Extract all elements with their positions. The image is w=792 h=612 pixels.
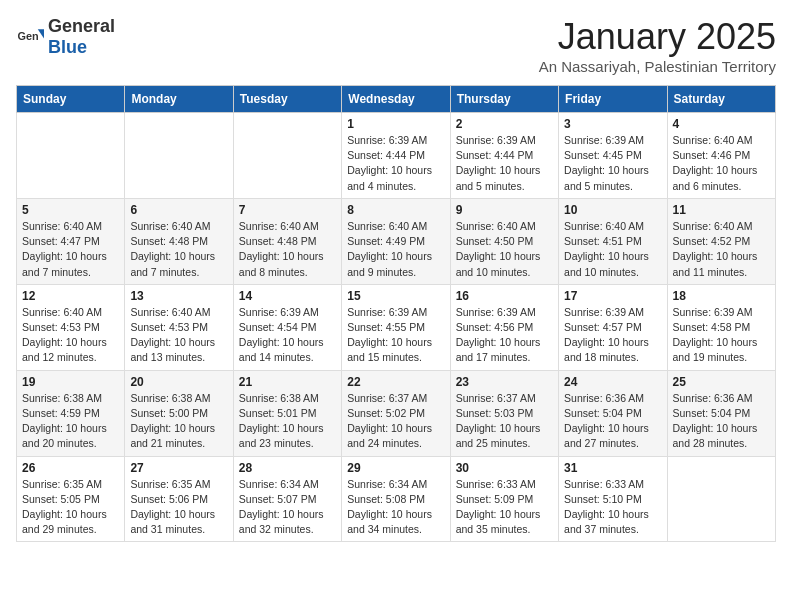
day-number: 23: [456, 375, 553, 389]
day-info: Sunrise: 6:39 AM Sunset: 4:55 PM Dayligh…: [347, 305, 444, 366]
calendar-cell: 2Sunrise: 6:39 AM Sunset: 4:44 PM Daylig…: [450, 113, 558, 199]
day-info: Sunrise: 6:39 AM Sunset: 4:57 PM Dayligh…: [564, 305, 661, 366]
weekday-header-friday: Friday: [559, 86, 667, 113]
month-title: January 2025: [539, 16, 776, 58]
day-number: 3: [564, 117, 661, 131]
day-info: Sunrise: 6:40 AM Sunset: 4:53 PM Dayligh…: [22, 305, 119, 366]
day-number: 19: [22, 375, 119, 389]
calendar-cell: 24Sunrise: 6:36 AM Sunset: 5:04 PM Dayli…: [559, 370, 667, 456]
day-info: Sunrise: 6:40 AM Sunset: 4:52 PM Dayligh…: [673, 219, 770, 280]
calendar-cell: 15Sunrise: 6:39 AM Sunset: 4:55 PM Dayli…: [342, 284, 450, 370]
day-number: 7: [239, 203, 336, 217]
calendar-cell: 31Sunrise: 6:33 AM Sunset: 5:10 PM Dayli…: [559, 456, 667, 542]
day-info: Sunrise: 6:40 AM Sunset: 4:51 PM Dayligh…: [564, 219, 661, 280]
day-info: Sunrise: 6:38 AM Sunset: 4:59 PM Dayligh…: [22, 391, 119, 452]
day-info: Sunrise: 6:34 AM Sunset: 5:07 PM Dayligh…: [239, 477, 336, 538]
calendar-cell: 27Sunrise: 6:35 AM Sunset: 5:06 PM Dayli…: [125, 456, 233, 542]
day-info: Sunrise: 6:40 AM Sunset: 4:48 PM Dayligh…: [130, 219, 227, 280]
week-row-5: 26Sunrise: 6:35 AM Sunset: 5:05 PM Dayli…: [17, 456, 776, 542]
calendar-cell: 11Sunrise: 6:40 AM Sunset: 4:52 PM Dayli…: [667, 198, 775, 284]
day-info: Sunrise: 6:39 AM Sunset: 4:44 PM Dayligh…: [347, 133, 444, 194]
day-number: 16: [456, 289, 553, 303]
day-number: 2: [456, 117, 553, 131]
calendar-cell: 4Sunrise: 6:40 AM Sunset: 4:46 PM Daylig…: [667, 113, 775, 199]
weekday-header-wednesday: Wednesday: [342, 86, 450, 113]
week-row-1: 1Sunrise: 6:39 AM Sunset: 4:44 PM Daylig…: [17, 113, 776, 199]
calendar-cell: 1Sunrise: 6:39 AM Sunset: 4:44 PM Daylig…: [342, 113, 450, 199]
day-number: 26: [22, 461, 119, 475]
day-info: Sunrise: 6:39 AM Sunset: 4:44 PM Dayligh…: [456, 133, 553, 194]
logo: Gen General Blue: [16, 16, 115, 58]
day-number: 20: [130, 375, 227, 389]
calendar-cell: 13Sunrise: 6:40 AM Sunset: 4:53 PM Dayli…: [125, 284, 233, 370]
day-info: Sunrise: 6:36 AM Sunset: 5:04 PM Dayligh…: [564, 391, 661, 452]
day-info: Sunrise: 6:35 AM Sunset: 5:05 PM Dayligh…: [22, 477, 119, 538]
calendar-cell: 28Sunrise: 6:34 AM Sunset: 5:07 PM Dayli…: [233, 456, 341, 542]
day-info: Sunrise: 6:40 AM Sunset: 4:46 PM Dayligh…: [673, 133, 770, 194]
day-number: 24: [564, 375, 661, 389]
calendar-cell: 23Sunrise: 6:37 AM Sunset: 5:03 PM Dayli…: [450, 370, 558, 456]
calendar-cell: 9Sunrise: 6:40 AM Sunset: 4:50 PM Daylig…: [450, 198, 558, 284]
day-number: 27: [130, 461, 227, 475]
day-info: Sunrise: 6:39 AM Sunset: 4:45 PM Dayligh…: [564, 133, 661, 194]
day-number: 28: [239, 461, 336, 475]
weekday-header-saturday: Saturday: [667, 86, 775, 113]
day-number: 14: [239, 289, 336, 303]
calendar-cell: 8Sunrise: 6:40 AM Sunset: 4:49 PM Daylig…: [342, 198, 450, 284]
day-number: 4: [673, 117, 770, 131]
day-number: 17: [564, 289, 661, 303]
weekday-header-sunday: Sunday: [17, 86, 125, 113]
day-number: 22: [347, 375, 444, 389]
day-number: 1: [347, 117, 444, 131]
calendar-cell: [125, 113, 233, 199]
calendar-table: SundayMondayTuesdayWednesdayThursdayFrid…: [16, 85, 776, 542]
calendar-cell: 29Sunrise: 6:34 AM Sunset: 5:08 PM Dayli…: [342, 456, 450, 542]
day-info: Sunrise: 6:39 AM Sunset: 4:54 PM Dayligh…: [239, 305, 336, 366]
calendar-cell: 20Sunrise: 6:38 AM Sunset: 5:00 PM Dayli…: [125, 370, 233, 456]
day-info: Sunrise: 6:40 AM Sunset: 4:50 PM Dayligh…: [456, 219, 553, 280]
location-title: An Nassariyah, Palestinian Territory: [539, 58, 776, 75]
calendar-cell: 5Sunrise: 6:40 AM Sunset: 4:47 PM Daylig…: [17, 198, 125, 284]
day-info: Sunrise: 6:40 AM Sunset: 4:48 PM Dayligh…: [239, 219, 336, 280]
calendar-cell: [17, 113, 125, 199]
calendar-cell: 16Sunrise: 6:39 AM Sunset: 4:56 PM Dayli…: [450, 284, 558, 370]
day-info: Sunrise: 6:40 AM Sunset: 4:49 PM Dayligh…: [347, 219, 444, 280]
calendar-cell: 10Sunrise: 6:40 AM Sunset: 4:51 PM Dayli…: [559, 198, 667, 284]
day-number: 25: [673, 375, 770, 389]
title-block: January 2025 An Nassariyah, Palestinian …: [539, 16, 776, 75]
day-number: 21: [239, 375, 336, 389]
calendar-cell: 18Sunrise: 6:39 AM Sunset: 4:58 PM Dayli…: [667, 284, 775, 370]
calendar-cell: 7Sunrise: 6:40 AM Sunset: 4:48 PM Daylig…: [233, 198, 341, 284]
day-info: Sunrise: 6:33 AM Sunset: 5:09 PM Dayligh…: [456, 477, 553, 538]
calendar-cell: 19Sunrise: 6:38 AM Sunset: 4:59 PM Dayli…: [17, 370, 125, 456]
calendar-cell: 26Sunrise: 6:35 AM Sunset: 5:05 PM Dayli…: [17, 456, 125, 542]
page-header: Gen General Blue January 2025 An Nassari…: [16, 16, 776, 75]
calendar-cell: 22Sunrise: 6:37 AM Sunset: 5:02 PM Dayli…: [342, 370, 450, 456]
day-info: Sunrise: 6:35 AM Sunset: 5:06 PM Dayligh…: [130, 477, 227, 538]
day-number: 29: [347, 461, 444, 475]
calendar-cell: [667, 456, 775, 542]
weekday-header-thursday: Thursday: [450, 86, 558, 113]
calendar-cell: 25Sunrise: 6:36 AM Sunset: 5:04 PM Dayli…: [667, 370, 775, 456]
day-number: 30: [456, 461, 553, 475]
day-info: Sunrise: 6:39 AM Sunset: 4:56 PM Dayligh…: [456, 305, 553, 366]
weekday-header-monday: Monday: [125, 86, 233, 113]
weekday-header-tuesday: Tuesday: [233, 86, 341, 113]
day-info: Sunrise: 6:37 AM Sunset: 5:03 PM Dayligh…: [456, 391, 553, 452]
day-info: Sunrise: 6:37 AM Sunset: 5:02 PM Dayligh…: [347, 391, 444, 452]
day-number: 9: [456, 203, 553, 217]
day-info: Sunrise: 6:36 AM Sunset: 5:04 PM Dayligh…: [673, 391, 770, 452]
day-info: Sunrise: 6:33 AM Sunset: 5:10 PM Dayligh…: [564, 477, 661, 538]
day-number: 11: [673, 203, 770, 217]
day-number: 12: [22, 289, 119, 303]
day-number: 8: [347, 203, 444, 217]
day-info: Sunrise: 6:40 AM Sunset: 4:53 PM Dayligh…: [130, 305, 227, 366]
svg-text:Gen: Gen: [18, 30, 39, 42]
calendar-cell: 6Sunrise: 6:40 AM Sunset: 4:48 PM Daylig…: [125, 198, 233, 284]
weekday-header-row: SundayMondayTuesdayWednesdayThursdayFrid…: [17, 86, 776, 113]
day-info: Sunrise: 6:34 AM Sunset: 5:08 PM Dayligh…: [347, 477, 444, 538]
week-row-2: 5Sunrise: 6:40 AM Sunset: 4:47 PM Daylig…: [17, 198, 776, 284]
day-number: 31: [564, 461, 661, 475]
week-row-3: 12Sunrise: 6:40 AM Sunset: 4:53 PM Dayli…: [17, 284, 776, 370]
day-number: 15: [347, 289, 444, 303]
